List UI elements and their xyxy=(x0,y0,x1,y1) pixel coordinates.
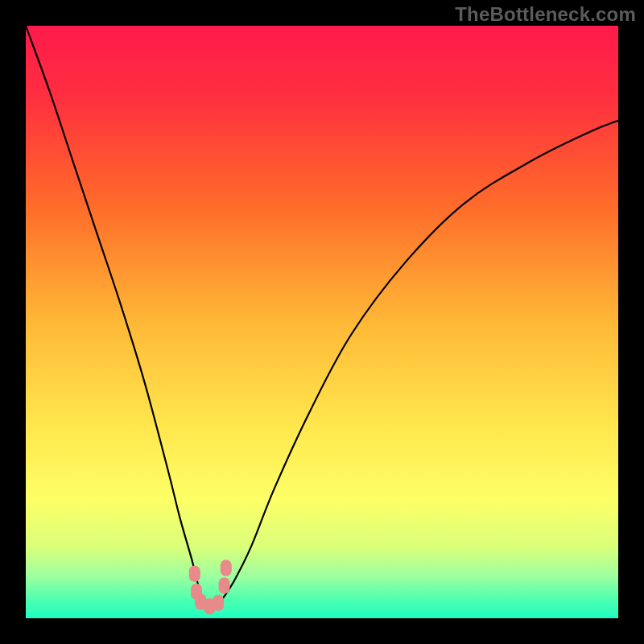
chart-frame: TheBottleneck.com xyxy=(0,0,644,644)
curve-marker xyxy=(213,595,224,611)
curve-marker xyxy=(219,578,230,594)
curve-marker xyxy=(221,559,232,576)
watermark-text: TheBottleneck.com xyxy=(455,3,636,26)
gradient-background xyxy=(26,26,618,618)
bottleneck-chart xyxy=(26,26,618,618)
curve-marker xyxy=(189,566,200,582)
plot-area xyxy=(26,26,618,618)
